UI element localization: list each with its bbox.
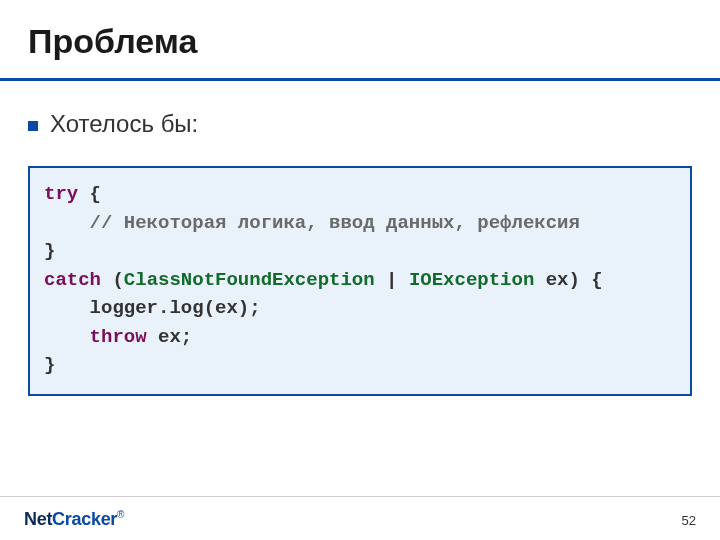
code-comment: // Некоторая логика, ввод данных, рефлек… <box>90 212 580 234</box>
code-text: logger.log(ex); <box>44 297 261 319</box>
slide-body: Хотелось бы: try { // Некоторая логика, … <box>28 110 692 396</box>
code-text: ex; <box>147 326 193 348</box>
code-class: ClassNotFoundException <box>124 269 375 291</box>
code-indent <box>44 212 90 234</box>
title-divider <box>0 78 720 81</box>
code-text: | <box>375 269 409 291</box>
code-block: try { // Некоторая логика, ввод данных, … <box>28 166 692 396</box>
code-keyword: catch <box>44 269 101 291</box>
registered-icon: ® <box>117 509 124 520</box>
logo-part-net: Net <box>24 509 52 529</box>
code-class: IOException <box>409 269 534 291</box>
code-keyword: throw <box>90 326 147 348</box>
square-bullet-icon <box>28 121 38 131</box>
code-indent <box>44 326 90 348</box>
brand-logo: NetCracker® <box>24 509 124 530</box>
code-keyword: try <box>44 183 78 205</box>
logo-part-cracker: Cracker <box>52 509 117 529</box>
bullet-item: Хотелось бы: <box>28 110 692 138</box>
bullet-text: Хотелось бы: <box>50 110 198 138</box>
code-text: { <box>78 183 101 205</box>
slide-footer: NetCracker® 52 <box>0 496 720 540</box>
page-number: 52 <box>682 513 696 528</box>
slide-title: Проблема <box>28 22 197 61</box>
code-text: ex) { <box>534 269 602 291</box>
code-text: } <box>44 354 55 376</box>
code-text: } <box>44 240 55 262</box>
slide: Проблема Хотелось бы: try { // Некоторая… <box>0 0 720 540</box>
code-text: ( <box>101 269 124 291</box>
